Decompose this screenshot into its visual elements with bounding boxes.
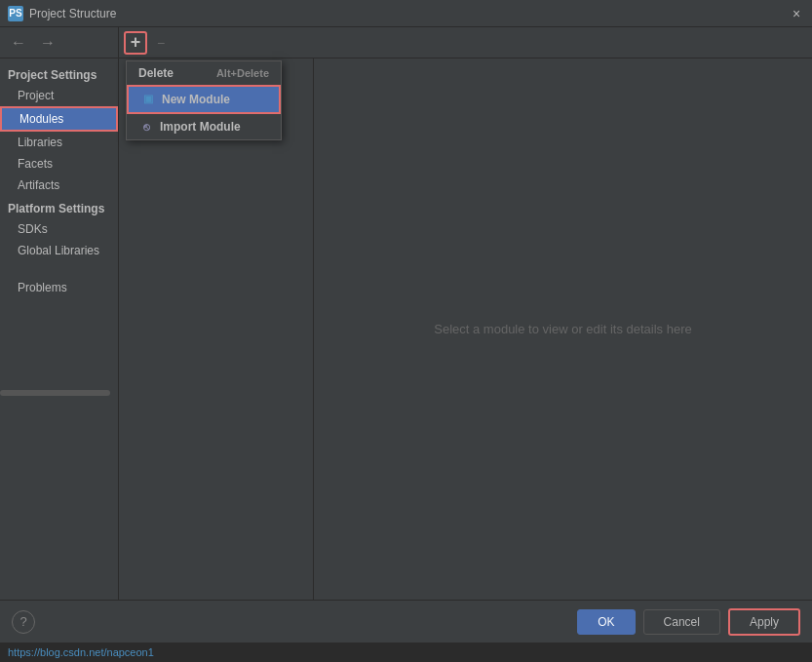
- dialog-title: Project Structure: [29, 7, 789, 20]
- sidebar-item-project[interactable]: Project: [0, 85, 118, 106]
- sidebar-item-problems[interactable]: Problems: [0, 277, 118, 298]
- new-module-menu-item[interactable]: ▣ New Module: [127, 85, 281, 114]
- sidebar-item-libraries[interactable]: Libraries: [0, 132, 118, 153]
- module-detail-panel: Select a module to view or edit its deta…: [314, 58, 812, 600]
- detail-placeholder: Select a module to view or edit its deta…: [434, 322, 691, 336]
- import-module-label: Import Module: [160, 120, 241, 134]
- import-module-icon: ⎋: [138, 119, 154, 135]
- back-button[interactable]: ←: [7, 31, 30, 55]
- add-button[interactable]: + Delete Alt+Delete ▣ New Module ⎋ Impor…: [124, 31, 147, 55]
- app-icon: PS: [8, 6, 23, 21]
- content-toolbar: + Delete Alt+Delete ▣ New Module ⎋ Impor…: [119, 27, 812, 58]
- ok-button[interactable]: OK: [577, 609, 635, 635]
- platform-settings-label: Platform Settings: [0, 196, 118, 218]
- delete-menu-item[interactable]: Delete Alt+Delete: [127, 61, 281, 85]
- sidebar-item-modules[interactable]: Modules: [0, 106, 118, 132]
- sidebar-item-sdks[interactable]: SDKs: [0, 218, 118, 240]
- new-module-label: New Module: [162, 93, 230, 106]
- sidebar-item-facets[interactable]: Facets: [0, 153, 118, 175]
- project-settings-label: Project Settings: [0, 62, 118, 85]
- sidebar-item-global-libraries[interactable]: Global Libraries: [0, 240, 118, 261]
- delete-shortcut: Alt+Delete: [216, 67, 269, 79]
- delete-label: Delete: [138, 66, 174, 80]
- status-bar: https://blog.csdn.net/napceon1: [0, 643, 812, 662]
- apply-button[interactable]: Apply: [728, 608, 800, 636]
- status-url: https://blog.csdn.net/napceon1: [8, 646, 154, 658]
- cancel-button[interactable]: Cancel: [643, 609, 720, 635]
- add-dropdown: Delete Alt+Delete ▣ New Module ⎋ Import …: [126, 60, 282, 140]
- close-button[interactable]: ×: [789, 6, 804, 21]
- sidebar-item-artifacts[interactable]: Artifacts: [0, 175, 118, 196]
- sidebar: Project Settings Project Modules Librari…: [0, 58, 119, 600]
- import-module-menu-item[interactable]: ⎋ Import Module: [127, 114, 281, 139]
- bottom-bar: ? OK Cancel Apply: [0, 600, 812, 643]
- new-module-icon: ▣: [140, 92, 156, 107]
- remove-button[interactable]: −: [149, 31, 173, 55]
- forward-button[interactable]: →: [36, 31, 59, 55]
- title-bar: PS Project Structure ×: [0, 0, 812, 27]
- help-button[interactable]: ?: [12, 610, 35, 634]
